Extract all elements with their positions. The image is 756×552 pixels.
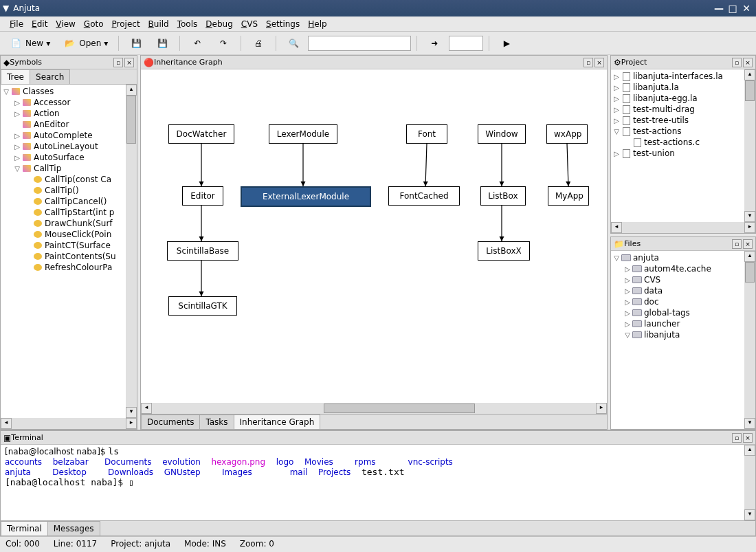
expander-icon[interactable]: ▷: [612, 106, 621, 113]
open-button[interactable]: 📂 Open ▾: [58, 34, 113, 53]
tab-tasks[interactable]: Tasks: [199, 415, 234, 429]
tree-item[interactable]: ▷CVS: [612, 274, 743, 285]
execute-button[interactable]: ▶: [495, 34, 518, 53]
tree-item[interactable]: ▷test-union: [612, 148, 743, 159]
expander-icon[interactable]: ▷: [13, 132, 21, 140]
find-button[interactable]: 🔍: [282, 34, 305, 53]
tree-item[interactable]: AnEditor: [2, 119, 124, 130]
inheritance-graph-canvas[interactable]: DocWatcherLexerModuleFontWindowwxAppEdit…: [141, 69, 607, 403]
tab-documents[interactable]: Documents: [141, 415, 200, 429]
tab-inheritance-graph[interactable]: Inheritance Graph: [234, 415, 321, 429]
close-button[interactable]: ✕: [740, 3, 753, 14]
scroll-left-button[interactable]: ◂: [1, 418, 12, 429]
tree-item[interactable]: ▷autom4te.cache: [612, 263, 743, 274]
tree-item[interactable]: ▷libanjuta-interfaces.la: [612, 71, 743, 82]
menu-goto[interactable]: Goto: [80, 18, 108, 30]
scroll-right-button[interactable]: ▸: [596, 403, 607, 414]
tree-item[interactable]: ▷test-tree-utils: [612, 115, 743, 126]
scroll-up-button[interactable]: ▴: [744, 445, 755, 456]
scroll-up-button[interactable]: ▴: [744, 69, 755, 80]
scroll-down-button[interactable]: ▾: [744, 509, 755, 520]
graph-node[interactable]: DocWatcher: [168, 124, 234, 144]
graph-node[interactable]: MyApp: [548, 186, 589, 206]
scroll-up-button[interactable]: ▴: [126, 85, 137, 96]
graph-node[interactable]: LexerModule: [269, 124, 337, 144]
menu-build[interactable]: Build: [144, 18, 173, 30]
tree-item[interactable]: ▷global-tags: [612, 307, 743, 318]
expander-icon[interactable]: ▷: [623, 320, 632, 328]
menu-view[interactable]: View: [52, 18, 79, 30]
tree-item[interactable]: ▷data: [612, 285, 743, 296]
expander-icon[interactable]: ▷: [612, 150, 621, 157]
tab-tree[interactable]: Tree: [1, 69, 30, 84]
terminal-output[interactable]: [naba@localhost naba]$ ls accounts belza…: [1, 445, 744, 520]
tree-item[interactable]: CallTip(): [2, 185, 124, 196]
tree-item[interactable]: CallTipCancel(): [2, 196, 124, 207]
tab-terminal[interactable]: Terminal: [1, 521, 48, 536]
menu-file[interactable]: File: [5, 18, 27, 30]
graph-node[interactable]: Window: [478, 124, 526, 144]
tree-item[interactable]: ▷libanjuta.la: [612, 82, 743, 93]
files-tree[interactable]: ▽anjuta▷autom4te.cache▷CVS▷data▷doc▷glob…: [611, 251, 744, 429]
goto-input[interactable]: [449, 36, 483, 51]
project-hscroll[interactable]: ◂ ▸: [611, 222, 755, 233]
scroll-right-button[interactable]: ▸: [126, 418, 137, 429]
expander-icon[interactable]: ▷: [623, 309, 632, 317]
scroll-up-button[interactable]: ▴: [744, 251, 755, 262]
tree-item[interactable]: ▷AutoComplete: [2, 130, 124, 141]
tree-item[interactable]: ▷doc: [612, 296, 743, 307]
graph-hscroll[interactable]: ◂ ▸: [141, 403, 607, 414]
tree-item[interactable]: CallTip(const Ca: [2, 174, 124, 185]
scroll-down-button[interactable]: ▾: [744, 418, 755, 429]
graph-node[interactable]: ListBoxX: [478, 241, 530, 261]
menu-settings[interactable]: Settings: [262, 18, 304, 30]
expander-icon[interactable]: ▷: [13, 154, 21, 162]
graph-node[interactable]: ScintillaBase: [167, 241, 238, 261]
graph-node[interactable]: Editor: [182, 186, 223, 206]
files-scrollbar[interactable]: ▴ ▾: [744, 251, 755, 429]
scroll-right-button[interactable]: ▸: [744, 222, 755, 233]
panel-close-button[interactable]: ×: [743, 58, 753, 67]
scroll-left-button[interactable]: ◂: [611, 222, 622, 233]
panel-min-button[interactable]: ▫: [732, 58, 742, 67]
graph-node[interactable]: ListBox: [480, 186, 526, 206]
tree-item[interactable]: DrawChunk(Surf: [2, 218, 124, 229]
menu-tools[interactable]: Tools: [173, 18, 202, 30]
panel-close-button[interactable]: ×: [743, 433, 753, 443]
panel-min-button[interactable]: ▫: [732, 239, 742, 249]
tab-search[interactable]: Search: [30, 69, 70, 84]
tree-item[interactable]: ▷Accessor: [2, 97, 124, 108]
graph-node[interactable]: Font: [406, 124, 447, 144]
expander-icon[interactable]: ▽: [2, 88, 10, 96]
panel-close-button[interactable]: ×: [124, 58, 134, 67]
tree-item[interactable]: ▷AutoLineLayout: [2, 141, 124, 152]
save-button[interactable]: 💾: [124, 34, 148, 53]
menu-help[interactable]: Help: [304, 18, 331, 30]
expander-icon[interactable]: ▷: [623, 298, 632, 306]
expander-icon[interactable]: ▷: [612, 95, 621, 102]
symbols-tree[interactable]: ▽Classes▷Accessor▷ActionAnEditor▷AutoCom…: [1, 85, 126, 418]
expander-icon[interactable]: ▷: [13, 99, 21, 107]
expander-icon[interactable]: ▷: [612, 84, 621, 91]
tree-item[interactable]: test-actions.c: [612, 137, 743, 148]
symbols-scrollbar[interactable]: ▴ ▾: [126, 85, 137, 418]
tree-item[interactable]: ▽Classes: [2, 86, 124, 97]
expander-icon[interactable]: ▽: [13, 165, 21, 173]
new-button[interactable]: 📄 New ▾: [4, 34, 55, 53]
tree-item[interactable]: PaintContents(Su: [2, 251, 124, 262]
tab-messages[interactable]: Messages: [47, 521, 100, 536]
menu-project[interactable]: Project: [108, 18, 144, 30]
maximize-button[interactable]: □: [726, 3, 740, 14]
tree-item[interactable]: ▷test-multi-drag: [612, 104, 743, 115]
tree-item[interactable]: ▽libanjuta: [612, 329, 743, 340]
tree-item[interactable]: ▽CallTip: [2, 163, 124, 174]
expander-icon[interactable]: ▽: [612, 254, 621, 262]
terminal-scrollbar[interactable]: ▴ ▾: [744, 445, 755, 520]
scroll-down-button[interactable]: ▾: [744, 211, 755, 222]
panel-min-button[interactable]: ▫: [583, 58, 593, 67]
print-button[interactable]: 🖨: [247, 34, 270, 53]
tree-item[interactable]: ▽anjuta: [612, 252, 743, 263]
menu-debug[interactable]: Debug: [201, 18, 236, 30]
tree-item[interactable]: ▷libanjuta-egg.la: [612, 93, 743, 104]
panel-min-button[interactable]: ▫: [113, 58, 123, 67]
